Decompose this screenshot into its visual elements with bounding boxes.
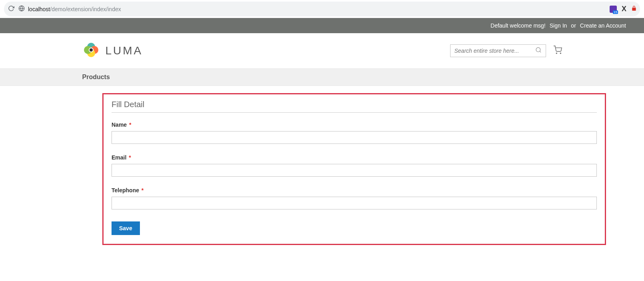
field-telephone: Telephone *: [112, 187, 597, 209]
email-input[interactable]: [112, 164, 597, 177]
field-email: Email *: [112, 154, 597, 177]
reload-icon[interactable]: [8, 5, 14, 13]
logo-icon: [82, 41, 100, 60]
logo-text: LUMA: [106, 44, 143, 57]
sign-in-link[interactable]: Sign In: [550, 22, 567, 29]
extension-x-icon[interactable]: X: [622, 5, 626, 13]
header: LUMA: [66, 33, 578, 68]
svg-point-8: [536, 48, 540, 52]
extension-badge-icon[interactable]: [610, 6, 617, 13]
top-panel: Default welcome msg! Sign In or Create a…: [0, 18, 644, 33]
browser-extension-icons: X: [610, 5, 637, 13]
welcome-message: Default welcome msg!: [490, 22, 546, 29]
page-content: Fill Detail Name * Email * Telephone * S…: [0, 86, 644, 252]
url-path: /demo/extension/index/index: [50, 6, 121, 12]
telephone-input[interactable]: [112, 197, 597, 209]
url-host: localhost: [28, 6, 50, 12]
nav-bar: Products: [0, 68, 644, 86]
svg-line-9: [540, 51, 541, 52]
browser-address-bar: localhost/demo/extension/index/index X: [4, 2, 640, 16]
search-icon[interactable]: [535, 47, 542, 55]
create-account-link[interactable]: Create an Account: [580, 22, 626, 29]
extension-lock-icon[interactable]: [631, 5, 637, 13]
search-box: [450, 44, 546, 57]
telephone-label: Telephone *: [112, 187, 597, 193]
search-input[interactable]: [455, 48, 535, 54]
logo[interactable]: LUMA: [82, 41, 143, 60]
svg-point-11: [560, 53, 561, 54]
name-input[interactable]: [112, 131, 597, 144]
cart-icon[interactable]: [553, 46, 562, 56]
save-button[interactable]: Save: [112, 221, 140, 235]
globe-icon: [18, 5, 25, 13]
url-text[interactable]: localhost/demo/extension/index/index: [28, 6, 121, 12]
or-text: or: [571, 22, 576, 29]
field-name: Name *: [112, 122, 597, 144]
nav-products[interactable]: Products: [82, 74, 110, 80]
svg-point-10: [556, 53, 557, 54]
form-legend: Fill Detail: [112, 100, 597, 113]
name-label: Name *: [112, 122, 597, 128]
svg-point-7: [90, 48, 93, 52]
form-highlight-box: Fill Detail Name * Email * Telephone * S…: [102, 93, 606, 245]
email-label: Email *: [112, 154, 597, 161]
